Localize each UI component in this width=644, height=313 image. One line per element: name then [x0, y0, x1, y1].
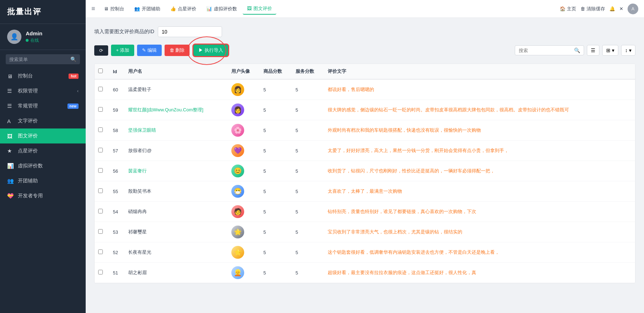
row-checkbox[interactable] — [95, 100, 109, 120]
topbar-nav-star-review[interactable]: 👍 点星评价 — [166, 4, 201, 14]
row-checkbox[interactable] — [95, 202, 109, 222]
review-text: 外观时尚有档次和我的车钥匙很搭配，快递也没有耽误，很愉快的一次购物 — [328, 127, 481, 133]
user-profile: 👤 Admin 在线 — [0, 24, 86, 50]
table-row: 60 温柔爱鞋子 👩 5 5 都说好看，售后嗯嗯的 — [95, 79, 635, 100]
row-select-checkbox[interactable] — [98, 249, 103, 254]
username-text: 放假者们@ — [128, 148, 151, 153]
hot-badge: hot — [69, 74, 79, 79]
menu-toggle-button[interactable]: ≡ — [91, 5, 95, 12]
row-select-checkbox[interactable] — [98, 127, 103, 132]
row-checkbox[interactable] — [95, 120, 109, 141]
notification-button[interactable]: 🔔 — [609, 6, 615, 11]
export-button[interactable]: ↕ ▾ — [621, 45, 635, 56]
sidebar-item-permissions[interactable]: ☰ 权限管理 ‹ — [0, 84, 86, 99]
row-select-checkbox[interactable] — [98, 270, 103, 274]
user-info: Admin 在线 — [26, 30, 42, 44]
row-select-checkbox[interactable] — [98, 229, 103, 234]
virtual-review-icon: 📊 — [7, 163, 14, 169]
sidebar-item-general[interactable]: ☰ 常规管理 new — [0, 99, 86, 113]
sidebar-search-input[interactable] — [9, 57, 70, 62]
sidebar-item-text-review[interactable]: A 文字评价 — [0, 113, 86, 128]
row-checkbox[interactable] — [95, 79, 109, 100]
sidebar-item-virtual-review[interactable]: 📊 虚拟评价数 — [0, 158, 86, 173]
user-avatar: 🌟 — [231, 226, 244, 238]
row-username: 耀世红颜[由Www.QunZou.Com整理] — [125, 100, 227, 120]
row-service-score: 5 — [292, 100, 324, 120]
topbar-nav-group-helper[interactable]: 👥 开团辅助 — [130, 4, 165, 14]
row-product-score: 5 — [260, 100, 292, 120]
home-icon: 🏠 — [560, 6, 565, 11]
row-review: 收到货了，钻很闪，尺寸也刚刚好，性价比还是挺高的，一辆好车必须得配一把， — [324, 161, 635, 181]
row-service-score: 5 — [292, 222, 324, 242]
topbar-nav-image-review[interactable]: 🖼 图文评价 — [243, 3, 276, 15]
main-area: ≡ 🖥 控制台 👥 开团辅助 👍 点星评价 📊 虚拟评价数 🖼 图文评价 — [86, 0, 644, 313]
row-checkbox[interactable] — [95, 263, 109, 283]
search-input[interactable] — [519, 48, 572, 53]
import-button[interactable]: ▶ 执行导入 — [192, 44, 229, 57]
col-review: 评价文字 — [324, 64, 635, 79]
username: Admin — [26, 30, 42, 36]
sidebar-item-dashboard[interactable]: 🖥 控制台 hot — [0, 69, 86, 84]
sidebar-item-developer[interactable]: 💝 开发者专用 — [0, 188, 86, 203]
row-select-checkbox[interactable] — [98, 209, 103, 213]
topbar-star-icon: 👍 — [170, 6, 176, 11]
refresh-button[interactable]: ⟳ — [94, 45, 108, 56]
close-button[interactable]: ✕ — [619, 6, 623, 11]
row-checkbox[interactable] — [95, 141, 109, 161]
review-text: 超级好看，最主要没有拉拉衣服的痕迹，这点做工还挺好，很人性化，真 — [328, 270, 476, 275]
review-text: 很大牌的感觉，侧边镶的钻石一眨一眨的时尚。皮带扣皮革很高档跟大牌包包同款，很高档… — [328, 107, 569, 112]
username-link[interactable]: 茵蓝奢行 — [128, 168, 147, 173]
delete-button[interactable]: 🗑 删除 — [165, 45, 190, 56]
row-select-checkbox[interactable] — [98, 168, 103, 173]
review-text: 都说好看，售后嗯嗯的 — [328, 87, 374, 92]
list-view-button[interactable]: ☰ — [587, 45, 599, 56]
row-avatar: 🌸 — [228, 120, 260, 141]
username-link[interactable]: 坚强保卫眼睛 — [128, 127, 156, 133]
add-button[interactable]: + 添加 — [111, 45, 134, 56]
username-link[interactable]: 耀世红颜[由Www.QunZou.Com整理] — [128, 107, 203, 112]
table-row: 54 硝烟冉冉 🧑 5 5 钻特别亮，质量也特别好，谁见了都要链接，真心喜欢的一… — [95, 202, 635, 222]
sidebar-item-group-helper[interactable]: 👥 开团辅助 — [0, 173, 86, 188]
clear-cache-button[interactable]: 🗑 清除缓存 — [580, 6, 605, 12]
grid-view-button[interactable]: ⊞ ▾ — [602, 45, 618, 56]
topbar-nav-label: 图文评价 — [253, 5, 272, 12]
row-checkbox[interactable] — [95, 242, 109, 263]
row-product-score: 5 — [260, 181, 292, 202]
row-avatar: 👱 — [228, 263, 260, 283]
row-checkbox[interactable] — [95, 181, 109, 202]
user-avatar: 💜 — [231, 144, 244, 157]
sidebar-nav: 🖥 控制台 hot ☰ 权限管理 ‹ ☰ 常规管理 new A 文字评价 🖼 图… — [0, 69, 86, 313]
sidebar-item-star-review[interactable]: ★ 点星评价 — [0, 143, 86, 158]
row-select-checkbox[interactable] — [98, 188, 103, 193]
review-text: 宝贝收到了非常漂亮大气，也很上档次，尤其是镶的钻，很结实的 — [328, 229, 462, 234]
row-review: 外观时尚有档次和我的车钥匙很搭配，快递也没有耽误，很愉快的一次购物 — [324, 120, 635, 141]
home-button[interactable]: 🏠 主页 — [560, 6, 576, 12]
row-service-score: 5 — [292, 120, 324, 141]
search-icon: 🔍 — [70, 56, 76, 62]
image-review-icon: 🖼 — [7, 133, 14, 139]
product-id-input[interactable] — [158, 26, 222, 37]
search-box[interactable]: 🔍 — [515, 45, 584, 55]
row-checkbox[interactable] — [95, 222, 109, 242]
sidebar-item-image-review[interactable]: 🖼 图文评价 — [0, 128, 86, 143]
row-select-checkbox[interactable] — [98, 107, 103, 112]
user-avatar: 🧑 — [231, 205, 244, 218]
row-review: 都说好看，售后嗯嗯的 — [324, 79, 635, 100]
topbar-nav-dashboard[interactable]: 🖥 控制台 — [100, 4, 129, 14]
sidebar-search-box[interactable]: 🔍 — [6, 54, 80, 64]
row-select-checkbox[interactable] — [98, 87, 103, 91]
topbar-nav-virtual-review[interactable]: 📊 虚拟评价数 — [202, 4, 241, 14]
sidebar-item-label: 点星评价 — [18, 148, 79, 154]
edit-button[interactable]: ✎ 编辑 — [137, 45, 162, 56]
row-select-checkbox[interactable] — [98, 148, 103, 152]
sidebar-item-label: 开发者专用 — [18, 193, 79, 199]
col-id: Id — [109, 64, 125, 79]
user-avatar-top[interactable]: A — [628, 4, 638, 14]
avatar-emoji: 🌟 — [234, 228, 242, 236]
row-product-score: 5 — [260, 263, 292, 283]
home-label: 主页 — [567, 6, 576, 12]
row-checkbox[interactable] — [95, 161, 109, 181]
select-all-checkbox[interactable] — [98, 69, 103, 73]
avatar: 👤 — [7, 30, 21, 44]
row-product-score: 5 — [260, 202, 292, 222]
